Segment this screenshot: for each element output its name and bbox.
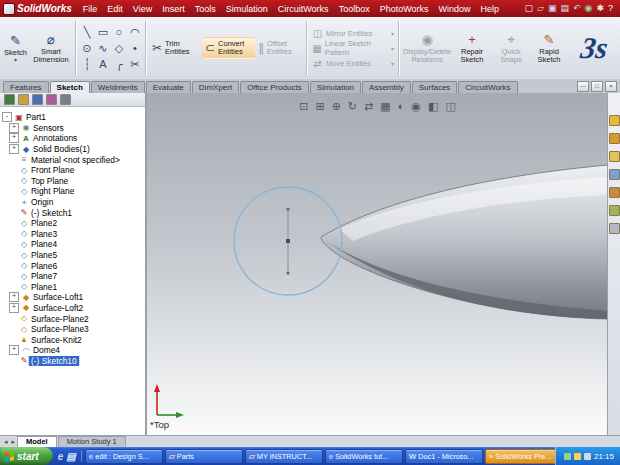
- expander-icon[interactable]: +: [9, 133, 19, 143]
- internet-explorer-icon[interactable]: e: [58, 451, 64, 462]
- smart-dimension-button[interactable]: ⌀ Smart Dimension: [29, 30, 73, 67]
- tree-item-part1[interactable]: - ▣ Part1: [2, 112, 145, 123]
- tab-simulation[interactable]: Simulation: [310, 81, 361, 93]
- undo-icon[interactable]: ↶: [573, 4, 581, 13]
- tab-surfaces[interactable]: Surfaces: [412, 81, 458, 93]
- menu-photoworks[interactable]: PhotoWorks: [375, 4, 434, 14]
- tree-item-plane2[interactable]: ◇Plane2: [2, 218, 145, 229]
- design-library-icon[interactable]: [609, 133, 620, 144]
- tray-network-icon[interactable]: [564, 453, 571, 460]
- close-button[interactable]: ×: [605, 81, 617, 92]
- taskbar-button-solidworks-tut[interactable]: eSolidWorks tut...: [325, 449, 403, 464]
- pan-icon[interactable]: ⇄: [364, 100, 373, 113]
- tab-assembly[interactable]: Assembly: [362, 81, 411, 93]
- rotate-view-icon[interactable]: ↻: [348, 100, 357, 113]
- tree-item-sensors[interactable]: +◉Sensors: [2, 123, 145, 134]
- view-orientation-icon[interactable]: ▦: [380, 100, 390, 113]
- surface-model[interactable]: [321, 165, 608, 319]
- tab-dimxpert[interactable]: DimXpert: [192, 81, 239, 93]
- tree-item-plane7[interactable]: ◇Plane7: [2, 271, 145, 282]
- tab-evaluate[interactable]: Evaluate: [146, 81, 191, 93]
- expander-icon[interactable]: +: [9, 123, 19, 133]
- tree-item-plane6[interactable]: ◇Plane6: [2, 260, 145, 271]
- tree-item-surface-plane2[interactable]: ◇Surface-Plane2: [2, 313, 145, 324]
- circle-icon[interactable]: ○: [111, 24, 127, 40]
- expander-icon[interactable]: +: [9, 345, 19, 355]
- tree-item-plane3[interactable]: ◇Plane3: [2, 229, 145, 240]
- taskbar-button-edit-design-s[interactable]: eedit : Design S...: [85, 449, 163, 464]
- displaymanager-tab-icon[interactable]: [60, 94, 71, 105]
- menu-help[interactable]: Help: [476, 4, 505, 14]
- tab-sketch[interactable]: Sketch: [50, 81, 90, 93]
- featuremanager-tab-icon[interactable]: [4, 94, 15, 105]
- trim-small-icon[interactable]: ✂: [127, 56, 143, 72]
- tab-scroll-left-icon[interactable]: ◂: [2, 438, 10, 446]
- graphics-area[interactable]: ⊡⊞⊕↻⇄▦◐◉◧◫ *Top: [147, 93, 608, 436]
- polygon-icon[interactable]: ◇: [111, 40, 127, 56]
- display-delete-relations-button[interactable]: ◉ Display/Delete Relations: [402, 30, 452, 67]
- tree-item-surface-loft2[interactable]: +◆Surface-Loft2: [2, 303, 145, 314]
- taskbar-button-parts[interactable]: ▱Parts: [165, 449, 243, 464]
- tree-item-dome4[interactable]: +◠Dome4: [2, 345, 145, 356]
- fillet-icon[interactable]: ╭: [111, 56, 127, 72]
- propertymanager-tab-icon[interactable]: [18, 94, 29, 105]
- doc-tab-model[interactable]: Model: [17, 436, 57, 447]
- zoom-fit-icon[interactable]: ⊡: [299, 100, 308, 113]
- menu-toolbox[interactable]: Toolbox: [334, 4, 375, 14]
- hide-show-items-icon[interactable]: ◉: [411, 100, 421, 113]
- sketch-point[interactable]: [286, 239, 290, 243]
- tray-security-icon[interactable]: [574, 453, 581, 460]
- tree-item-surface-loft1[interactable]: +◆Surface-Loft1: [2, 292, 145, 303]
- tree-item-plane4[interactable]: ◇Plane4: [2, 239, 145, 250]
- menu-simulation[interactable]: Simulation: [221, 4, 273, 14]
- menu-file[interactable]: File: [78, 4, 103, 14]
- appearances-icon[interactable]: [609, 205, 620, 216]
- menu-window[interactable]: Window: [434, 4, 476, 14]
- expander-icon[interactable]: +: [9, 292, 19, 302]
- taskbar-button-my-instruct[interactable]: ▱MY INSTRUCT...: [245, 449, 323, 464]
- section-view-icon[interactable]: ◫: [445, 100, 455, 113]
- tree-item-surface-knit2[interactable]: ▲Surface-Knit2: [2, 334, 145, 345]
- text-icon[interactable]: A: [95, 56, 111, 72]
- solidworks-resources-icon[interactable]: [609, 115, 620, 126]
- tree-item-sketch1[interactable]: ✎(-) Sketch1: [2, 207, 145, 218]
- show-desktop-icon[interactable]: ▤: [66, 451, 75, 462]
- configurationmanager-tab-icon[interactable]: [32, 94, 43, 105]
- linear-sketch-pattern-button[interactable]: ▦Linear Sketch Pattern▾: [310, 41, 396, 56]
- tree-item-annotations[interactable]: +AAnnotations: [2, 133, 145, 144]
- open-icon[interactable]: ▱: [537, 4, 544, 13]
- point-icon[interactable]: •: [127, 40, 143, 56]
- expander-icon[interactable]: +: [9, 144, 19, 154]
- display-style-icon[interactable]: ◐: [398, 100, 405, 113]
- menu-edit[interactable]: Edit: [102, 4, 128, 14]
- tab-features[interactable]: Features: [3, 81, 49, 93]
- options-icon[interactable]: ✱: [596, 4, 604, 13]
- tab-weldments[interactable]: Weldments: [91, 81, 145, 93]
- move-entities-button[interactable]: ⇄Move Entities▾: [310, 56, 396, 71]
- new-icon[interactable]: ▢: [525, 4, 534, 13]
- tree-item-sketch10[interactable]: ✎(-) Sketch10: [2, 356, 145, 367]
- file-explorer-icon[interactable]: [609, 151, 620, 162]
- tree-item-plane5[interactable]: ◇Plane5: [2, 250, 145, 261]
- menu-insert[interactable]: Insert: [157, 4, 190, 14]
- minimize-button[interactable]: —: [577, 81, 589, 92]
- rectangle-icon[interactable]: ▭: [95, 24, 111, 40]
- repair-sketch-button[interactable]: + Repair Sketch: [452, 30, 492, 67]
- search-icon[interactable]: [609, 169, 620, 180]
- tab-circuitworks[interactable]: CircuitWorks: [458, 81, 517, 93]
- print-icon[interactable]: ▤: [561, 4, 570, 13]
- zoom-in-out-icon[interactable]: ⊕: [332, 100, 341, 113]
- expander-icon[interactable]: +: [9, 303, 19, 313]
- spline-icon[interactable]: ∿: [95, 40, 111, 56]
- ellipse-icon[interactable]: ⊙: [79, 40, 95, 56]
- view-palette-icon[interactable]: [609, 187, 620, 198]
- trim-entities-button[interactable]: ✂ Trim Entities: [149, 37, 202, 60]
- tree-item-plane1[interactable]: ◇Plane1: [2, 282, 145, 293]
- help-icon[interactable]: ?: [608, 4, 613, 13]
- restore-button[interactable]: □: [591, 81, 603, 92]
- menu-circuitworks[interactable]: CircuitWorks: [273, 4, 334, 14]
- line-icon[interactable]: ╲: [79, 24, 95, 40]
- centerline-icon[interactable]: ┆: [79, 56, 95, 72]
- arc-icon[interactable]: ◠: [127, 24, 143, 40]
- tree-item-solid-bodies-1[interactable]: +◆Solid Bodies(1): [2, 144, 145, 155]
